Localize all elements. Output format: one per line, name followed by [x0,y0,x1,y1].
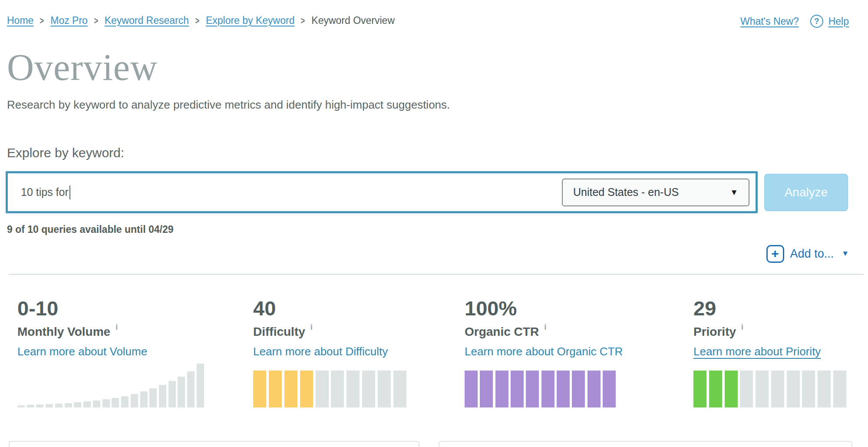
page-subtitle: Research by keyword to analyze predictiv… [7,98,868,112]
meter-segment [362,371,375,407]
meter-segment [480,371,493,407]
analyze-button[interactable]: Analyze [764,174,848,211]
meter-segment [725,371,738,407]
volume-bar [187,371,195,407]
metric-card-difficulty: 40 Difficulty i Learn more about Difficu… [253,298,465,407]
add-to-row: + Add to... ▼ [0,242,868,266]
meter-segment [284,371,297,407]
learn-more-priority-link[interactable]: Learn more about Priority [693,345,821,358]
metric-label: Difficulty [253,325,305,339]
chevron-down-icon: ▼ [730,188,738,197]
metric-value: 100% [465,298,693,318]
breadcrumb: Home > Moz Pro > Keyword Research > Expl… [7,15,395,26]
metric-label: Monthly Volume [17,325,110,339]
volume-bar [17,405,25,407]
info-icon[interactable]: i [741,323,743,332]
top-links: What's New? ? Help [740,15,849,28]
info-icon[interactable]: i [310,323,313,332]
metric-card-priority: 29 Priority i Learn more about Priority [693,298,868,407]
chevron-down-icon: ▼ [842,249,849,258]
volume-bar [131,394,138,407]
bottom-panels [9,441,868,447]
meter-segment [511,371,524,407]
volume-bar [46,404,53,407]
meter-segment [603,371,616,407]
volume-bar [93,401,100,407]
metric-value: 40 [253,298,465,318]
query-quota-text: 9 of 10 queries available until 04/29 [7,224,868,235]
volume-bar [36,404,43,407]
breadcrumb-moz-pro[interactable]: Moz Pro [50,15,88,26]
breadcrumb-separator: > [301,15,305,26]
meter-segment [331,371,344,407]
breadcrumb-separator: > [94,15,98,26]
metric-card-organic-ctr: 100% Organic CTR i Learn more about Orga… [465,298,693,407]
add-to-label: Add to... [790,247,834,261]
metrics-row: 0-10 Monthly Volume i Learn more about V… [0,275,868,407]
meter-segment [347,371,360,407]
meter-segment [300,371,313,407]
metric-label: Priority [693,325,736,339]
help-link[interactable]: Help [828,16,849,27]
text-cursor [69,185,70,199]
meter-segment [465,371,478,407]
search-row: 10 tips for United States - en-US ▼ Anal… [6,171,868,213]
meter-segment [572,371,585,407]
volume-bar [197,364,204,407]
volume-bar [121,396,129,407]
top-bar: Home > Moz Pro > Keyword Research > Expl… [0,0,868,28]
meter-segment [253,371,266,407]
plus-icon: + [766,245,784,263]
breadcrumb-current: Keyword Overview [311,15,395,26]
breadcrumb-explore-by-keyword[interactable]: Explore by Keyword [206,15,295,26]
breadcrumb-keyword-research[interactable]: Keyword Research [105,15,189,26]
keyword-search-box: 10 tips for United States - en-US ▼ [6,171,758,213]
meter-segment [787,371,800,407]
meter-segment [693,371,706,407]
explore-by-keyword-label: Explore by keyword: [7,146,868,160]
volume-bar [83,401,91,407]
learn-more-volume-link[interactable]: Learn more about Volume [17,345,147,358]
volume-bar [168,381,176,407]
metric-label: Organic CTR [465,325,539,339]
meter-segment [833,371,846,407]
meter-segment [495,371,508,407]
volume-bar-chart [17,364,204,407]
learn-more-organic-ctr-link[interactable]: Learn more about Organic CTR [465,345,623,358]
meter-segment [818,371,831,407]
meter-segment [393,371,406,407]
breadcrumb-home[interactable]: Home [7,15,33,26]
info-icon[interactable]: i [544,323,546,332]
keyword-input-text: 10 tips for [21,186,69,199]
metric-card-monthly-volume: 0-10 Monthly Volume i Learn more about V… [17,298,253,407]
priority-meter [693,364,846,407]
difficulty-meter [253,364,406,407]
meter-segment [269,371,282,407]
meter-segment [541,371,554,407]
volume-bar [149,388,157,407]
metric-value: 0-10 [17,298,253,318]
info-icon[interactable]: i [116,323,118,332]
keyword-input[interactable]: 10 tips for [8,185,562,199]
bottom-panel-right [439,441,852,447]
learn-more-difficulty-link[interactable]: Learn more about Difficulty [253,345,388,358]
help-icon[interactable]: ? [810,15,823,28]
volume-bar [102,399,110,407]
add-to-button[interactable]: + Add to... ▼ [766,245,849,263]
volume-bar [159,385,166,407]
breadcrumb-separator: > [195,15,200,26]
locale-selected-value: United States - en-US [573,186,679,199]
meter-segment [740,371,753,407]
meter-segment [526,371,539,407]
volume-bar [55,404,63,407]
volume-bar [27,405,34,407]
meter-segment [802,371,815,407]
volume-bar [74,402,81,407]
meter-segment [378,371,391,407]
locale-select[interactable]: United States - en-US ▼ [562,179,749,206]
whats-new-link[interactable]: What's New? [740,16,799,27]
volume-bar [112,398,119,407]
volume-bar [178,377,185,407]
metric-value: 29 [693,298,868,318]
meter-segment [587,371,601,407]
